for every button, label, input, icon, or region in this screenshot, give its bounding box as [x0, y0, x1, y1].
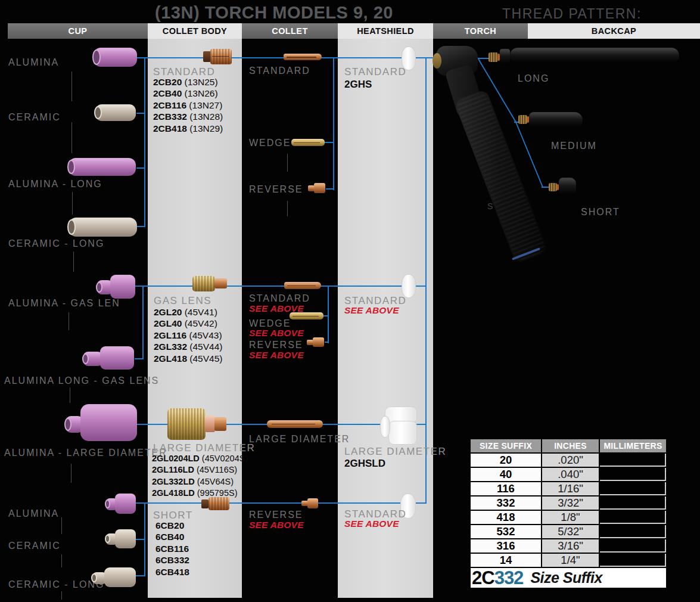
cup-gas-lens-body — [110, 275, 135, 299]
heatshield-large-diameter-label: LARGE DIAMETER — [344, 446, 446, 458]
cup-large-diameter-body — [80, 404, 137, 441]
collet-body-standard-image — [210, 49, 232, 64]
cup-opening — [67, 219, 76, 235]
collet-body-gas-lens-heading: GAS LENS — [154, 295, 211, 307]
collet-body-gas-lens-parts: 2GL20 (45V41) 2GL40 (45V42) 2GL116 (45V4… — [154, 306, 222, 364]
table-row: 20 .020" — [471, 454, 666, 467]
backcap-short-image — [559, 178, 576, 196]
table-row: 116 1/16" — [471, 482, 666, 495]
collet-standard-label: STANDARD — [249, 66, 310, 76]
collet-body-large-diameter-heading: LARGE DIAMETER — [153, 442, 255, 454]
collet-reverse2-note: SEE ABOVE — [249, 350, 304, 361]
example-caption: Size Suffix — [530, 569, 602, 587]
divider-line — [70, 387, 70, 403]
cup-label-ceramic: CERAMIC — [8, 112, 61, 123]
collet-wedge2-image — [290, 312, 323, 319]
collet-body-large-diameter-parts: 2GL0204LD (45V0204S) 2GL116LD (45V116S) … — [152, 453, 248, 499]
table-row: 332 3/32" — [471, 497, 666, 510]
cup-opening — [96, 282, 102, 293]
collet-reverse2-label: REVERSE — [249, 340, 303, 350]
backcap-long-label: LONG — [518, 73, 549, 84]
table-row: 532 5/32" — [471, 525, 666, 538]
collet-reverse3-label: REVERSE — [249, 510, 303, 520]
collet-wedge-image — [291, 139, 325, 146]
collet-body-short-parts: 6CB20 6CB40 6CB116 6CB332 6CB418 — [155, 520, 189, 578]
backcap-long-image — [510, 48, 679, 64]
heatshield-standard2-note: SEE ABOVE — [344, 305, 399, 316]
heatshield-large-diameter-opening — [380, 416, 390, 437]
table-row: 40 .040" — [471, 468, 666, 481]
collet-reverse3-note: SEE ABOVE — [249, 520, 304, 530]
collet-large-diameter-image — [267, 420, 323, 428]
table-row: 14 1/4" — [471, 554, 666, 567]
size-suffix-table: SIZE SUFFIX INCHES MILLIMETERS 20 .020" … — [471, 439, 666, 568]
backcap-long-collar — [500, 49, 510, 65]
heatshield-standard2-image — [402, 274, 416, 298]
divider-line — [73, 252, 74, 272]
cup-opening — [92, 49, 101, 65]
collet-standard2-label: STANDARD — [249, 293, 310, 304]
collet-standard-image — [284, 54, 322, 60]
size-table-header-millimeters: MILLIMETERS — [600, 439, 666, 452]
divider-line — [71, 122, 72, 153]
collet-wedge2-note: SEE ABOVE — [249, 328, 304, 339]
cup-label-ceramic-short: CERAMIC — [8, 541, 61, 551]
cup-label-ceramic-long-short: CERAMIC - LONG — [8, 579, 104, 590]
divider-line — [61, 554, 62, 567]
heatshield-large-diameter-part: 2GHSLD — [344, 458, 385, 470]
cup-label-alumina-long-gas-lens: ALUMINA LONG - GAS LENS — [4, 376, 159, 386]
collet-body-gas-lens-image — [192, 276, 215, 291]
cup-short-alumina-body — [115, 494, 136, 514]
size-table-header-row: SIZE SUFFIX INCHES MILLIMETERS — [471, 439, 666, 452]
table-row: 316 3/16" — [471, 539, 666, 553]
backcap-medium-image — [529, 112, 583, 128]
collet-body-short-image — [209, 497, 229, 510]
heatshield-standard-label: STANDARD — [344, 66, 406, 78]
cup-opening — [64, 418, 71, 431]
cup-opening — [105, 499, 110, 508]
heatshield-large-diameter-body — [388, 421, 417, 445]
collet-reverse3-image — [307, 498, 318, 508]
divider-line — [71, 72, 72, 101]
collet-wedge-label: WEDGE — [249, 138, 291, 148]
cup-ceramic-long-body — [104, 567, 136, 587]
cup-label-alumina: ALUMINA — [8, 57, 59, 68]
cup-short-ceramic-body — [115, 529, 136, 548]
divider-line — [61, 517, 62, 534]
collet-reverse2-image — [313, 337, 324, 347]
heatshield-standard3-note: SEE ABOVE — [344, 519, 399, 529]
torch-head-brass-tip — [433, 53, 441, 69]
collet-reverse-image — [314, 183, 325, 193]
heatshield-standard-part: 2GHS — [344, 79, 372, 91]
divider-line — [287, 201, 288, 216]
divider-line — [61, 591, 62, 600]
size-table-header-suffix: SIZE SUFFIX — [471, 439, 541, 452]
divider-line — [69, 312, 69, 330]
collet-body-large-diameter-mid — [205, 415, 215, 432]
divider-line — [287, 154, 288, 172]
parts-diagram-page: (13N) TORCH MODELS 9, 20 THREAD PATTERN:… — [0, 0, 700, 602]
collet-large-diameter-label: LARGE DIAMETER — [249, 434, 350, 445]
cup-opening — [91, 573, 97, 582]
cup-ceramic-long-image — [69, 218, 137, 237]
cup-opening — [82, 353, 89, 364]
table-row: 418 1/8" — [471, 511, 666, 524]
stray-glyph: S — [487, 201, 493, 211]
backcap-long-thread — [489, 52, 498, 62]
collet-standard2-image — [284, 282, 321, 289]
cup-label-alumina-short: ALUMINA — [8, 508, 59, 519]
cup-opening — [105, 535, 110, 543]
cup-label-alumina-gas-lens: ALUMINA - GAS LEN — [8, 298, 120, 309]
collet-body-standard-parts: 2CB20 (13N25) 2CB40 (13N26) 2CB116 (13N2… — [153, 76, 223, 134]
example-prefix: 2C — [472, 569, 494, 587]
cup-label-alumina-large-diameter: ALUMINA - LARGE DIAMETER — [4, 448, 167, 458]
collet-body-large-diameter-image — [167, 408, 206, 440]
example-suffix-highlight: 332 — [494, 569, 524, 587]
collet-body-short-collar — [201, 499, 209, 508]
collet-body-gas-lens-tip — [214, 278, 227, 288]
cup-opening — [94, 106, 102, 119]
backcap-short-label: SHORT — [581, 207, 620, 218]
size-table-header-inches: INCHES — [542, 439, 599, 452]
divider-line — [71, 464, 71, 483]
cup-alumina-long-image — [69, 158, 136, 176]
